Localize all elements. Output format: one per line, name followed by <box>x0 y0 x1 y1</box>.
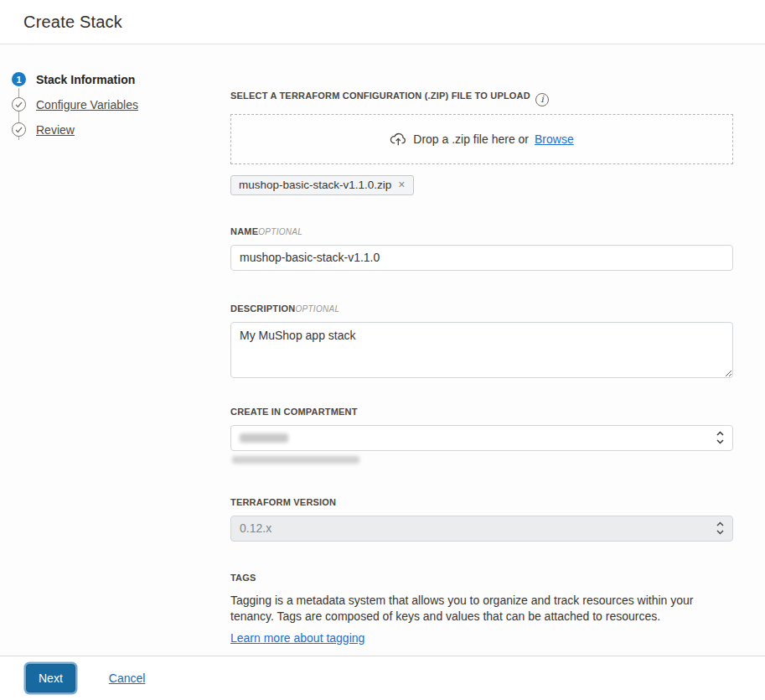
cloud-upload-icon <box>390 132 407 146</box>
dropzone-text: Drop a .zip file here or <box>413 132 529 146</box>
terraform-version-field-label: TERRAFORM VERSION <box>230 497 336 507</box>
wizard-stepper: 1 Stack Information Configure Variables … <box>0 44 230 700</box>
step-label: Configure Variables <box>36 98 138 111</box>
name-optional-tag: OPTIONAL <box>258 227 302 236</box>
browse-link[interactable]: Browse <box>535 132 574 146</box>
check-icon <box>12 122 26 137</box>
uploaded-file-chip: mushop-basic-stack-v1.1.0.zip × <box>230 175 414 195</box>
select-caret-icon <box>716 520 725 540</box>
compartment-field-label: CREATE IN COMPARTMENT <box>230 407 358 417</box>
terraform-version-value: 0.12.x <box>240 521 271 535</box>
page-title: Create Stack <box>23 13 122 32</box>
file-chip-name: mushop-basic-stack-v1.1.0.zip <box>239 179 391 191</box>
cancel-link[interactable]: Cancel <box>109 671 146 685</box>
description-textarea[interactable]: My MuShop app stack <box>230 322 733 378</box>
stepper-step-configure-variables[interactable]: Configure Variables <box>12 97 230 111</box>
create-stack-content: 1 Stack Information Configure Variables … <box>0 44 765 700</box>
stepper-step-stack-information[interactable]: 1 Stack Information <box>12 72 230 86</box>
page-header: Create Stack <box>0 0 765 44</box>
description-field-label: DESCRIPTION <box>230 303 295 314</box>
description-optional-tag: OPTIONAL <box>295 304 339 314</box>
info-icon[interactable]: i <box>535 93 549 106</box>
name-field-label: NAME <box>230 226 258 236</box>
redacted-compartment-path <box>232 456 359 464</box>
stepper-step-review[interactable]: Review <box>12 122 230 137</box>
learn-more-tagging-link[interactable]: Learn more about tagging <box>230 631 364 645</box>
step-label: Review <box>36 123 75 137</box>
select-caret-icon <box>716 429 725 449</box>
wizard-footer: Next Cancel <box>0 656 765 700</box>
tags-section-label: TAGS <box>230 573 256 583</box>
step-label: Stack Information <box>36 73 135 86</box>
redacted-compartment-value <box>240 433 288 443</box>
next-button[interactable]: Next <box>26 664 75 692</box>
remove-file-icon[interactable]: × <box>398 179 405 190</box>
name-input[interactable] <box>230 245 733 271</box>
stack-information-form: SELECT A TERRAFORM CONFIGURATION (.ZIP) … <box>230 44 733 700</box>
tags-description: Tagging is a metadata system that allows… <box>230 593 712 625</box>
step-number-badge: 1 <box>12 72 26 86</box>
upload-field-label: SELECT A TERRAFORM CONFIGURATION (.ZIP) … <box>230 91 530 101</box>
check-icon <box>12 97 26 111</box>
zip-dropzone[interactable]: Drop a .zip file here or Browse <box>230 114 733 164</box>
compartment-select[interactable] <box>230 425 733 451</box>
terraform-version-select[interactable]: 0.12.x <box>230 516 733 542</box>
